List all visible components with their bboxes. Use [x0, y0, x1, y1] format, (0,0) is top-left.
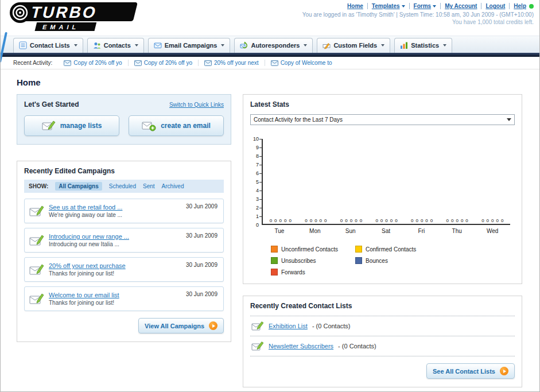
get-started-title: Let's Get Started — [24, 100, 79, 108]
arrow-right-icon — [500, 367, 508, 375]
contact-list-count: - (0 Contacts) — [312, 323, 351, 329]
envelope-icon — [64, 60, 71, 66]
contact-lists-list: Exhibition List - (0 Contacts) Newslette… — [250, 316, 515, 356]
tab-statistics[interactable]: Statistics — [394, 38, 452, 53]
turbo-logo-graphic: TURBO EMAIL — [4, 1, 149, 33]
campaign-subtitle: Thanks for joining our list! — [49, 270, 126, 278]
show-label: SHOW: — [29, 183, 48, 189]
filter-all-campaigns[interactable]: All Campaigns — [55, 182, 102, 191]
envelope-icon — [134, 60, 142, 66]
chevron-down-icon — [135, 44, 138, 46]
legend-swatch-bounces — [355, 257, 362, 264]
envelope-pencil-icon — [29, 293, 44, 305]
campaign-date: 30 Jun 2009 — [186, 262, 217, 268]
contact-list-row[interactable]: Newsletter Subscribers - (0 Contacts) — [250, 336, 515, 356]
campaign-row[interactable]: See us at the retail food ...We're givin… — [24, 199, 224, 223]
nav-link-templates[interactable]: Templates — [372, 3, 405, 9]
nav-link-home[interactable]: Home — [347, 3, 363, 9]
get-started-panel: Let's Get Started Switch to Quick Links … — [17, 94, 231, 145]
campaign-date: 30 Jun 2009 — [186, 203, 217, 209]
nav-link-forms[interactable]: Forms — [414, 3, 437, 9]
chart-day-group: 00000 — [298, 139, 334, 224]
recent-activity-label: Recent Activity: — [13, 60, 52, 66]
campaign-link[interactable]: See us at the retail food ... — [49, 204, 122, 211]
chevron-down-icon — [507, 118, 511, 121]
tab-contacts[interactable]: Contacts — [87, 38, 144, 53]
chart-day-group: 00000 — [333, 139, 369, 224]
campaign-row[interactable]: Introducing our new range ...Introducing… — [24, 228, 224, 253]
legend-item-forwards: Forwards — [271, 269, 355, 275]
campaign-list: See us at the retail food ...We're givin… — [24, 199, 224, 311]
contact-list-link[interactable]: Exhibition List — [269, 323, 308, 329]
chart-category-label: Mon — [297, 228, 333, 234]
turbo-email-dashboard: TURBO EMAIL Home Templates Forms My Acco… — [0, 0, 540, 392]
chart-legend: Unconfirmed Contacts Confirmed Contacts … — [250, 246, 510, 275]
campaign-row[interactable]: Welcome to our email listThanks for join… — [24, 286, 224, 311]
recent-activity-item[interactable]: 20% off your next — [198, 60, 265, 66]
chart-y-ticks — [259, 139, 262, 225]
legend-item-confirmed: Confirmed Contacts — [355, 246, 440, 253]
tab-custom-fields[interactable]: Custom Fields — [317, 38, 390, 53]
chart-day-group: 00000 — [369, 139, 405, 224]
envelope-pencil-icon — [251, 341, 264, 351]
chevron-down-icon — [304, 44, 307, 46]
envelope-pencil-icon — [42, 120, 56, 131]
recent-activity-item[interactable]: Copy of 20% off yo — [58, 60, 127, 66]
tab-contact-lists[interactable]: Contact Lists — [13, 38, 83, 53]
contacts-icon — [93, 41, 101, 49]
contact-list-row[interactable]: Exhibition List - (0 Contacts) — [250, 316, 515, 336]
latest-stats-panel: Latest Stats Contact Activity for the La… — [243, 94, 522, 284]
manage-lists-button[interactable]: manage lists — [24, 115, 119, 136]
chart-category-label: Wed — [475, 228, 510, 234]
recently-created-contact-lists-panel: Recently Created Contact Lists Exhibitio… — [243, 296, 522, 387]
custom-fields-icon — [323, 41, 331, 49]
logo-secondary-text: EMAIL — [42, 24, 80, 30]
filter-archived[interactable]: Archived — [162, 183, 184, 189]
chart-category-label: Thu — [439, 228, 475, 234]
nav-link-help[interactable]: Help — [514, 3, 526, 9]
chevron-down-icon — [74, 44, 77, 46]
turbo-email-logo[interactable]: TURBO EMAIL — [4, 1, 149, 36]
main-content: Home Let's Get Started Switch to Quick L… — [1, 69, 539, 387]
campaign-row[interactable]: 20% off your next purchaseThanks for joi… — [24, 257, 224, 282]
envelope-pencil-icon — [29, 234, 44, 247]
envelope-pencil-icon — [29, 263, 44, 276]
tab-autoresponders[interactable]: Autoresponders — [234, 38, 313, 53]
legend-swatch-unconfirmed — [271, 246, 278, 253]
contact-activity-chart: 012345678910 000000000000000000000000000… — [250, 139, 515, 275]
filter-scheduled[interactable]: Scheduled — [109, 183, 136, 189]
contact-list-link[interactable]: Newsletter Subscribers — [269, 343, 333, 350]
legend-swatch-unsubscribes — [271, 257, 278, 264]
envelope-icon — [271, 60, 278, 66]
chart-x-axis: TueMonSunSatFriThuWed — [262, 228, 510, 234]
campaign-subtitle: Introducing our new Italia ... — [49, 240, 129, 249]
page-title: Home — [17, 77, 522, 87]
switch-quick-links-link[interactable]: Switch to Quick Links — [169, 102, 224, 108]
nav-link-logout[interactable]: Logout — [485, 3, 505, 9]
chart-day-group: 00000 — [475, 139, 510, 224]
tab-email-campaigns[interactable]: Email Campaigns — [148, 38, 231, 53]
legend-swatch-confirmed — [355, 246, 362, 253]
campaign-link[interactable]: 20% off your next purchase — [49, 262, 126, 269]
statistics-icon — [400, 41, 408, 49]
nav-link-my-account[interactable]: My Account — [445, 3, 477, 9]
create-email-button[interactable]: create an email — [129, 115, 224, 136]
see-all-contact-lists-button[interactable]: See All Contact Lists — [426, 363, 515, 379]
recent-activity-item[interactable]: Copy of 20% off yo — [128, 60, 198, 66]
legend-item-bounces: Bounces — [355, 257, 440, 264]
arrow-right-icon — [209, 321, 217, 330]
view-all-campaigns-button[interactable]: View All Campaigns — [138, 318, 224, 333]
chevron-down-icon — [433, 5, 436, 7]
chart-day-group: 00000 — [404, 139, 440, 224]
recent-activity-item[interactable]: Copy of Welcome to — [265, 60, 338, 66]
logo-primary-text: TURBO — [29, 3, 99, 21]
campaigns-filterbar: SHOW: All Campaigns Scheduled Sent Archi… — [24, 180, 224, 193]
campaign-link[interactable]: Introducing our new range ... — [49, 233, 129, 240]
chart-category-label: Sun — [333, 228, 368, 234]
chart-day-group: 00000 — [263, 139, 298, 224]
recently-edited-campaigns-panel: Recently Edited Campaigns SHOW: All Camp… — [17, 161, 231, 342]
stats-period-select[interactable]: Contact Activity for the Last 7 Days — [250, 114, 515, 125]
campaign-link[interactable]: Welcome to our email list — [49, 292, 119, 298]
filter-sent[interactable]: Sent — [143, 183, 155, 189]
contact-lists-icon — [19, 41, 27, 49]
